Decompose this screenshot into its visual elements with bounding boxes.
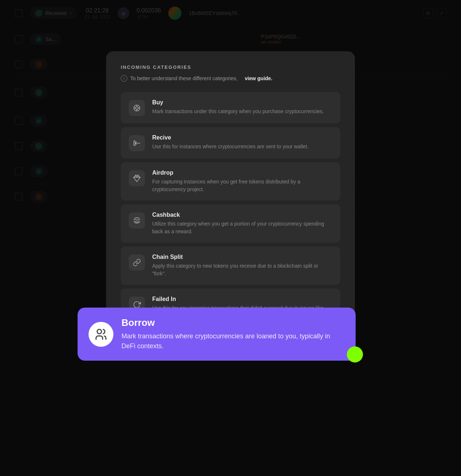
borrow-text: Borrow Mark transactions where cryptocur… [121,317,345,351]
cashback-icon-wrap [129,212,145,228]
guide-link[interactable]: view guide. [245,75,272,81]
svg-rect-8 [134,141,135,146]
target-icon [133,104,141,112]
cashback-info: Cashback Utilize this category when you … [152,212,332,235]
buy-desc: Mark transactions under this category wh… [152,108,332,115]
modal-subtitle: i To better understand these different c… [121,75,340,82]
arrow-in-icon [133,139,141,147]
category-buy[interactable]: Buy Mark transactions under this categor… [121,92,340,123]
buy-icon-wrap [129,100,145,116]
airdrop-icon-wrap [129,170,145,186]
modal-title: INCOMING CATEGORIES [121,64,340,70]
chain-split-icon [133,259,141,267]
borrow-avatar [89,322,113,347]
svg-point-14 [97,329,102,334]
chain-split-name: Chain Split [152,254,332,260]
incoming-categories-modal: INCOMING CATEGORIES i To better understa… [106,51,355,345]
cashback-name: Cashback [152,212,332,218]
info-icon: i [121,75,127,82]
buy-info: Buy Mark transactions under this categor… [152,99,332,115]
svg-point-1 [135,107,138,109]
category-receive[interactable]: Recive Use this for instances where cryp… [121,127,340,159]
receive-info: Recive Use this for instances where cryp… [152,134,332,150]
borrow-highlight-card[interactable]: Borrow Mark transactions where cryptocur… [78,308,356,361]
chain-split-info: Chain Split Apply this category to new t… [152,254,332,278]
borrow-dot [347,346,363,362]
borrow-title: Borrow [121,317,345,328]
receive-desc: Use this for instances where cryptocurre… [152,143,332,150]
airdrop-info: Airdrop For capturing instances when you… [152,170,332,193]
subtitle-text: To better understand these different cat… [130,75,237,81]
category-cashback[interactable]: Cashback Utilize this category when you … [121,204,340,243]
airdrop-desc: For capturing instances when you get fre… [152,178,332,193]
svg-marker-9 [134,175,140,182]
cashback-desc: Utilize this category when you get a por… [152,220,332,235]
receive-icon-wrap [129,135,145,151]
airdrop-name: Airdrop [152,170,332,176]
chain-split-icon-wrap [129,254,145,271]
category-chain-split[interactable]: Chain Split Apply this category to new t… [121,246,340,285]
category-airdrop[interactable]: Airdrop For capturing instances when you… [121,162,340,201]
chain-split-desc: Apply this category to new tokens you re… [152,262,332,278]
failed-in-name: Failed In [152,296,332,302]
receive-name: Recive [152,134,332,141]
cashback-icon [133,216,141,224]
diamond-icon [133,174,141,182]
borrow-icon [94,328,108,341]
buy-name: Buy [152,99,332,106]
borrow-description: Mark transactions where cryptocurrencies… [121,331,345,351]
